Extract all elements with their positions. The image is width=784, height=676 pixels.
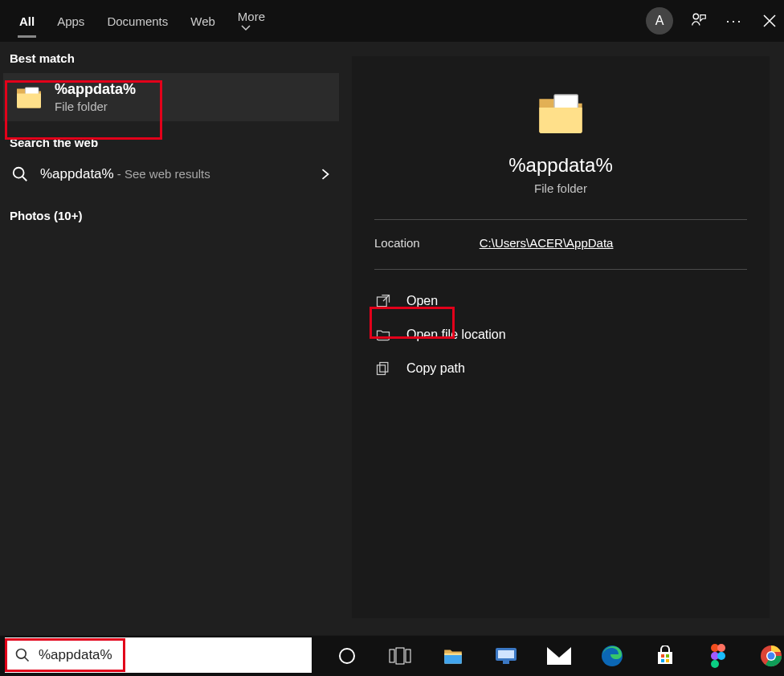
web-result-query: %appdata% (40, 166, 114, 181)
tab-web[interactable]: Web (179, 3, 227, 39)
action-copy-path[interactable]: Copy path (374, 352, 747, 385)
preview-pane: %appdata% File folder Location C:\Users\… (352, 56, 770, 618)
preview-subtitle: File folder (374, 181, 747, 195)
user-avatar[interactable]: A (646, 7, 673, 35)
location-row: Location C:\Users\ACER\AppData (374, 234, 747, 251)
taskbar-taskview-icon[interactable] (387, 643, 413, 669)
windows-search-panel: All Apps Documents Web More A ··· Best m… (0, 0, 784, 635)
web-result-suffix: - See web results (114, 167, 210, 181)
svg-rect-9 (390, 650, 394, 662)
svg-rect-13 (498, 650, 514, 658)
svg-rect-17 (661, 654, 664, 658)
taskbar-figma-icon[interactable] (705, 643, 731, 669)
results-column: Best match %appdata% File folder Search … (0, 42, 342, 635)
action-copy-path-label: Copy path (406, 361, 465, 376)
taskbar-cortana-icon[interactable] (334, 643, 360, 669)
svg-point-24 (717, 652, 725, 660)
open-icon (374, 292, 392, 310)
taskbar-store-icon[interactable] (652, 643, 678, 669)
taskbar-chrome-icon[interactable] (758, 643, 784, 669)
svg-rect-14 (503, 661, 509, 664)
svg-rect-6 (378, 365, 386, 375)
search-icon (14, 647, 31, 663)
svg-rect-20 (666, 659, 669, 662)
svg-point-28 (768, 653, 775, 660)
folder-icon-large (533, 88, 589, 140)
search-icon (11, 165, 29, 183)
svg-point-22 (717, 644, 725, 652)
folder-icon (14, 83, 43, 112)
svg-rect-18 (666, 654, 669, 658)
svg-rect-5 (380, 363, 388, 373)
copy-icon (374, 360, 392, 377)
svg-point-2 (14, 168, 24, 178)
tab-apps[interactable]: Apps (46, 3, 96, 39)
best-match-label: Best match (0, 42, 342, 73)
feedback-icon[interactable] (689, 11, 708, 31)
taskbar-search-box[interactable] (5, 637, 312, 673)
location-path-link[interactable]: C:\Users\ACER\AppData (480, 236, 614, 250)
action-open-label: Open (406, 294, 438, 308)
taskbar-file-explorer-icon[interactable] (440, 643, 466, 669)
action-open-location-label: Open file location (406, 328, 506, 342)
preview-column: %appdata% File folder Location C:\Users\… (342, 42, 784, 635)
svg-rect-19 (661, 659, 664, 662)
action-open[interactable]: Open (374, 284, 747, 318)
svg-point-0 (693, 14, 698, 18)
svg-point-25 (711, 660, 719, 668)
chevron-down-icon (241, 23, 251, 33)
svg-point-7 (17, 649, 27, 658)
svg-rect-11 (406, 650, 410, 662)
divider (374, 219, 747, 220)
search-header: All Apps Documents Web More A ··· (0, 0, 784, 42)
web-result-row[interactable]: %appdata% - See web results (0, 157, 342, 191)
search-the-web-label: Search the web (0, 121, 342, 157)
tab-documents[interactable]: Documents (96, 3, 179, 39)
best-match-title: %appdata% (55, 81, 136, 98)
taskbar (0, 636, 784, 676)
action-open-file-location[interactable]: Open file location (374, 318, 747, 352)
taskbar-edge-icon[interactable] (599, 643, 625, 669)
location-label: Location (374, 236, 420, 250)
taskbar-app-icon[interactable] (493, 643, 519, 669)
taskbar-search-input[interactable] (39, 647, 302, 663)
taskbar-mail-icon[interactable] (546, 643, 572, 669)
more-options-icon[interactable]: ··· (725, 11, 744, 31)
best-match-subtitle: File folder (55, 100, 136, 113)
preview-title: %appdata% (374, 154, 747, 177)
svg-rect-10 (396, 648, 404, 664)
photos-section-label[interactable]: Photos (10+) (0, 191, 342, 240)
svg-point-8 (340, 649, 354, 663)
close-button[interactable] (760, 11, 779, 31)
tab-more[interactable]: More (227, 0, 276, 44)
tab-all[interactable]: All (8, 3, 46, 39)
chevron-right-icon (320, 169, 331, 180)
best-match-result[interactable]: %appdata% File folder (3, 73, 339, 121)
folder-outline-icon (374, 326, 392, 344)
divider (374, 269, 747, 270)
